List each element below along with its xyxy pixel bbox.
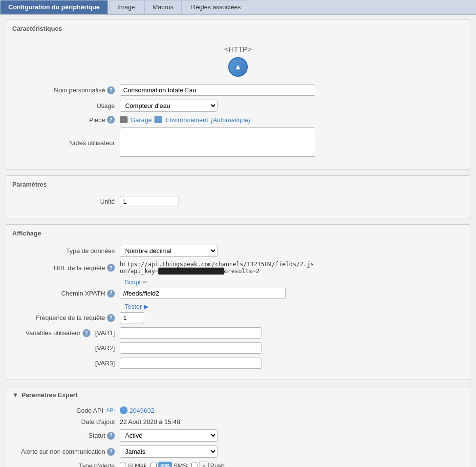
row-chemin-xpath: Chemin XPATH ? [12,288,464,299]
tester-play-icon: ▶ [144,303,149,310]
var3-input[interactable] [120,358,261,369]
garage-icon [120,116,128,123]
var1-label: Variables utilisateur ? [VAR1] [12,329,120,337]
var3-control [120,358,315,369]
chemin-xpath-control [120,288,315,299]
alerte-sms-item: SMS SMS [151,462,187,467]
var1-input[interactable] [120,327,261,339]
var2-control [120,342,315,354]
device-type-label: <HTTP> [12,45,464,53]
piece-help-icon[interactable]: ? [107,116,115,124]
type-donnees-select[interactable]: Nombre décimal [120,245,217,257]
alerte-mail-item: ✉ Mail [120,462,147,467]
row-var2: [VAR2] [12,342,464,354]
row-statut: Statut ? Activé [12,429,464,442]
row-date-ajout: Date d'ajout 22 Août 2020 à 15:48 [12,418,464,425]
section-title-parametres: Paramètres [12,181,464,190]
row-unite: Unité [12,196,464,207]
alerte-push-checkbox[interactable] [191,463,197,467]
var1-control [120,327,315,339]
statut-select[interactable]: Activé [120,429,217,442]
usage-control: Compteur d'eau [120,100,315,112]
script-link[interactable]: Script ✏ [125,278,148,286]
garage-link[interactable]: Garage [130,116,151,124]
code-api-link[interactable]: 2049602 [120,406,315,414]
var3-label: [VAR3] [12,360,120,367]
alerte-label: Alerte sur non communication ? [12,448,120,456]
statut-help-icon[interactable]: ? [107,432,115,440]
frequence-help-icon[interactable]: ? [107,314,115,322]
date-ajout-value: 22 Août 2020 à 15:48 [120,418,315,425]
notes-textarea[interactable] [120,127,315,157]
row-var1: Variables utilisateur ? [VAR1] [12,327,464,339]
frequence-label: Fréquence de la requête ? [12,314,120,322]
row-code-api: Code API API 2049602 [12,406,464,414]
url-requete-display: https://api.thingspeak.com/channels/1121… [120,261,315,275]
page-content: Caractéristiques <HTTP> Nom personnalisé… [0,15,476,467]
url-suffix: &results=2 [224,268,260,275]
alerte-help-icon[interactable]: ? [107,448,115,456]
row-usage: Usage Compteur d'eau [12,100,464,112]
row-piece: Pièce ? Garage Environnement [Automatiqu… [12,116,464,124]
section-caracteristiques: Caractéristiques <HTTP> Nom personnalisé… [5,20,471,170]
code-api-control: 2049602 [120,406,315,414]
tester-link[interactable]: Tester ▶ [125,303,149,310]
type-donnees-label: Type de données [12,247,120,255]
alerte-sms-label: SMS [173,462,187,467]
row-alerte: Alerte sur non communication ? Jamais [12,446,464,458]
section-title-expert: ▼ Paramètres Expert [12,391,464,401]
unite-label: Unité [12,198,120,205]
type-donnees-control: Nombre décimal [120,245,315,257]
url-requete-help-icon[interactable]: ? [107,264,115,272]
sub-row-tester: Tester ▶ [12,303,464,310]
piece-links: Garage Environnement [Automatique] [120,116,315,124]
statut-label: Statut ? [12,432,120,440]
tab-macros[interactable]: Macros [144,0,182,14]
alerte-control: Jamais [120,446,315,458]
row-type-donnees: Type de données Nombre décimal [12,245,464,257]
usage-label: Usage [12,102,120,109]
notes-label: Notes utilisateur [12,139,120,147]
row-type-alerte: Type d'alerte ✉ Mail SMS SMS » Push [12,462,464,467]
alerte-mail-checkbox[interactable] [120,463,126,467]
alerte-push-label: Push [210,462,225,467]
tab-regles[interactable]: Règles associées [183,0,249,14]
nom-personnalise-control [120,85,315,96]
expert-toggle-icon[interactable]: ▼ [12,391,19,399]
usage-select[interactable]: Compteur d'eau [120,100,217,112]
alerte-sms-checkbox[interactable] [151,463,157,467]
section-title-caracteristiques: Caractéristiques [12,25,464,34]
unite-input[interactable] [120,196,178,207]
auto-link[interactable]: [Automatique] [211,116,250,124]
row-var3: [VAR3] [12,358,464,369]
device-icon-button[interactable] [228,57,248,77]
unite-control [120,196,315,207]
chemin-xpath-input[interactable] [120,288,286,299]
code-api-label: Code API API [12,407,120,414]
tab-configuration[interactable]: Configuration du périphérique [0,0,108,14]
variables-help-icon[interactable]: ? [83,329,90,337]
section-title-affichage: Affichage [12,230,464,239]
nom-personnalise-input[interactable] [120,85,315,96]
type-alerte-control: ✉ Mail SMS SMS » Push [120,462,315,467]
alerte-select[interactable]: Jamais [120,446,217,458]
row-nom-personnalise: Nom personnalisé ? [12,85,464,96]
frequence-input[interactable] [120,312,144,323]
notes-control [120,127,315,158]
frequence-control [120,312,315,323]
env-link[interactable]: Environnement [165,116,208,124]
sub-row-script: Script ✏ [12,278,464,286]
chemin-xpath-help-icon[interactable]: ? [107,290,115,297]
alerte-mail-label: Mail [135,462,147,467]
script-edit-icon[interactable]: ✏ [143,279,148,286]
row-url-requete: URL de la requête ? https://api.thingspe… [12,261,464,275]
api-icon [120,406,128,414]
row-frequence: Fréquence de la requête ? [12,312,464,323]
section-affichage: Affichage Type de données Nombre décimal… [5,224,471,380]
var2-input[interactable] [120,342,261,354]
piece-label: Pièce ? [12,116,120,124]
push-icon: » [199,462,209,467]
tab-image[interactable]: Image [109,0,143,14]
section-parametres: Paramètres Unité [5,175,471,218]
nom-personnalise-help-icon[interactable]: ? [107,86,115,94]
